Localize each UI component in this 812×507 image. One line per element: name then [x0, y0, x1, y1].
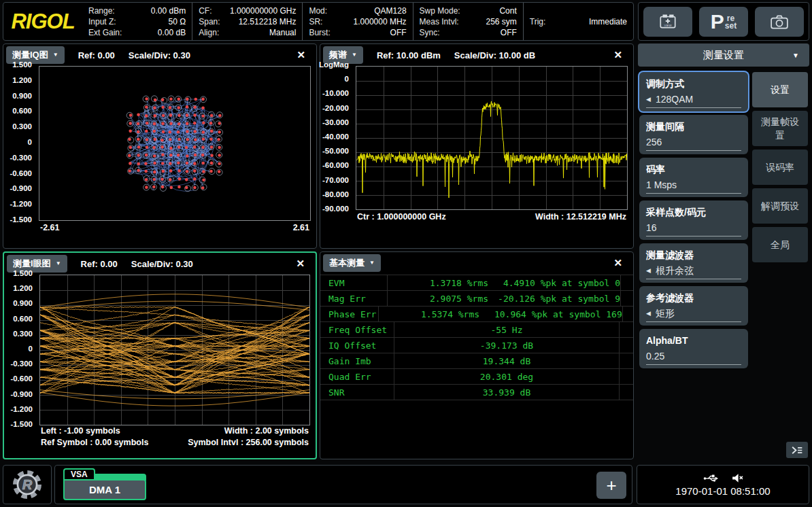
- sidebar-menu: 调制方式◀128QAM测量间隔256码率1 Msps采样点数/码元16测量滤波器…: [638, 72, 748, 459]
- screenshot-button[interactable]: [755, 7, 804, 37]
- collapse-menu-icon: [790, 445, 804, 455]
- menu-item-modulation[interactable]: 调制方式◀128QAM: [639, 72, 748, 111]
- y-tick: 0.300: [12, 122, 32, 130]
- status-label: Meas Intvl:: [420, 16, 459, 27]
- sidebar-tabs: 设置测量帧设置误码率解调预设全局: [752, 72, 809, 459]
- menu-item-alpha-bt[interactable]: Alpha/BT0.25: [639, 329, 748, 368]
- status-label: Trig:: [530, 16, 546, 27]
- menu-item-ref-filter[interactable]: 参考滤波器◀矩形: [639, 286, 748, 326]
- spectrum-y-axis: LogMag0-10.000-20.000-30.000-40.000-50.0…: [320, 66, 353, 210]
- menu-item-meas-interval[interactable]: 测量间隔256: [639, 115, 748, 154]
- eye-footer-row: Ref Symbol : 0.00 symbolsSymbol Intvl : …: [41, 437, 309, 449]
- iq-close-button[interactable]: ✕: [292, 48, 309, 62]
- y-tick: -30.000: [322, 118, 349, 126]
- datetime: 1970-01-01 08:51:00: [675, 485, 770, 497]
- eye-diagram-plot[interactable]: [40, 275, 309, 425]
- status-group-modulation: Mod:QAM128SR:1.000000 MHzBurst:OFF: [303, 3, 413, 40]
- usb-icon: [703, 473, 720, 483]
- menu-item-meas-filter[interactable]: 测量滤波器◀根升余弦: [639, 243, 748, 283]
- status-label: Burst:: [309, 27, 330, 38]
- status-label: Range:: [88, 5, 115, 16]
- status-label: Ext Gain:: [88, 27, 122, 38]
- menu-item-value: 256: [646, 135, 741, 151]
- y-tick: -0.300: [10, 360, 33, 368]
- menu-item-label: 参考滤波器: [646, 291, 741, 304]
- y-tick: -0.600: [10, 169, 32, 177]
- tab-ber[interactable]: 误码率: [752, 150, 808, 185]
- iq-x-min: -2.61: [40, 223, 60, 232]
- meas-close-button[interactable]: ✕: [609, 256, 626, 270]
- spectrum-ref-readout: Ref: 10.00 dBm: [377, 50, 441, 60]
- y-tick: 0: [29, 345, 33, 353]
- iq-x-max: 2.61: [293, 223, 309, 232]
- chevron-down-icon: ▼: [792, 52, 799, 59]
- eye-footer: Left : -1.00 symbolsWidth : 2.00 symbols…: [4, 425, 316, 449]
- menu-item-value: ◀根升余弦: [646, 263, 741, 279]
- meas-name: EVM: [320, 278, 387, 288]
- menu-item-value: 1 Msps: [646, 177, 741, 194]
- eye-y-axis: 1.5001.2000.9000.6000.3000-0.300-0.600-0…: [4, 275, 37, 425]
- iq-y-axis: 1.5001.2000.9000.6000.3000-0.300-0.600-0…: [3, 66, 36, 221]
- vsa-tab-group: VSA DMA 1: [63, 469, 146, 500]
- meas-row: IQ Offset-39.173 dB: [320, 338, 633, 353]
- enum-left-arrow-icon: ◀: [646, 92, 651, 107]
- y-tick: 0.900: [13, 299, 33, 307]
- y-tick: -0.300: [10, 154, 32, 162]
- y-tick: -80.000: [322, 190, 349, 198]
- eye-footer-value: Symbol Intvl : 256.00 symbols: [188, 437, 309, 449]
- y-tick: -20.000: [322, 104, 349, 112]
- view-button[interactable]: VIEW: [643, 7, 692, 37]
- y-tick: 0.300: [13, 330, 33, 338]
- menu-item-label: 测量间隔: [646, 120, 741, 133]
- tab-settings[interactable]: 设置: [752, 72, 808, 107]
- menu-item-value: ◀矩形: [646, 306, 741, 322]
- y-tick: -0.600: [10, 374, 33, 383]
- tab-global[interactable]: 全局: [752, 227, 808, 262]
- meas-name: Gain Imb: [320, 356, 394, 366]
- y-tick: -50.000: [322, 147, 349, 155]
- meas-table: EVM1.3718 %rms 4.4910 %pk at symbol 0Mag…: [320, 275, 633, 400]
- tab-demod-preset[interactable]: 解调预设: [752, 188, 808, 224]
- y-tick: -1.200: [10, 200, 32, 208]
- status-group-sweep: Swp Mode:ContMeas Intvl:256 symSync:OFF: [413, 3, 524, 40]
- sidebar-menu-title[interactable]: 测量设置 ▼: [638, 43, 809, 67]
- status-label: Sync:: [420, 27, 440, 38]
- menu-item-symbol-rate[interactable]: 码率1 Msps: [639, 158, 748, 197]
- preset-button[interactable]: P reset: [699, 7, 748, 37]
- spectrum-close-button[interactable]: ✕: [609, 48, 626, 62]
- status-value: 0.00 dB: [158, 27, 186, 38]
- meas-row: SNR33.939 dB: [320, 385, 633, 400]
- y-tick: 1.500: [12, 60, 32, 69]
- speaker-muted-icon: [731, 473, 743, 483]
- menu-item-label: Alpha/BT: [646, 334, 741, 347]
- y-tick: -90.000: [322, 205, 349, 213]
- spectrum-trace-plot[interactable]: [356, 67, 627, 209]
- footer-home-button[interactable]: R: [3, 465, 52, 504]
- eye-footer-value: Left : -1.00 symbols: [41, 425, 120, 437]
- menu-item-label: 码率: [646, 162, 741, 176]
- meas-row: Gain Imb19.344 dB: [320, 353, 633, 369]
- menu-item-value: ◀128QAM: [646, 92, 741, 108]
- eye-scale-readout: Scale/Div: 0.30: [131, 259, 193, 269]
- y-tick: LogMag: [319, 60, 349, 69]
- dma-tab[interactable]: DMA 1: [63, 479, 146, 500]
- status-label: Mod:: [309, 5, 327, 16]
- tab-meas-frame[interactable]: 测量帧设置: [752, 111, 808, 146]
- y-tick: 0.600: [12, 107, 32, 115]
- iq-scale-readout: Scale/Div: 0.30: [129, 50, 190, 60]
- meas-view-dropdown[interactable]: 基本测量 ▼: [323, 254, 381, 272]
- status-value: 256 sym: [486, 16, 516, 27]
- iq-constellation-plot[interactable]: [39, 67, 310, 220]
- eye-close-button[interactable]: ✕: [292, 257, 309, 270]
- vsa-group-label[interactable]: VSA: [63, 468, 95, 480]
- enum-left-arrow-icon: ◀: [646, 306, 651, 321]
- app: { "ui": { "close_glyph": "✕", "dropdown_…: [0, 0, 812, 507]
- meas-value: 19.344 dB: [483, 356, 530, 366]
- collapse-menu-button[interactable]: [786, 442, 808, 458]
- chevron-down-icon: ▼: [56, 261, 61, 266]
- meas-value-peak: -20.126 %pk at symbol 9: [498, 294, 620, 304]
- menu-item-points-per-symbol[interactable]: 采样点数/码元16: [639, 200, 748, 240]
- add-view-button[interactable]: +: [596, 472, 626, 499]
- y-tick: 0.900: [12, 92, 32, 100]
- y-tick: 1.200: [12, 76, 32, 84]
